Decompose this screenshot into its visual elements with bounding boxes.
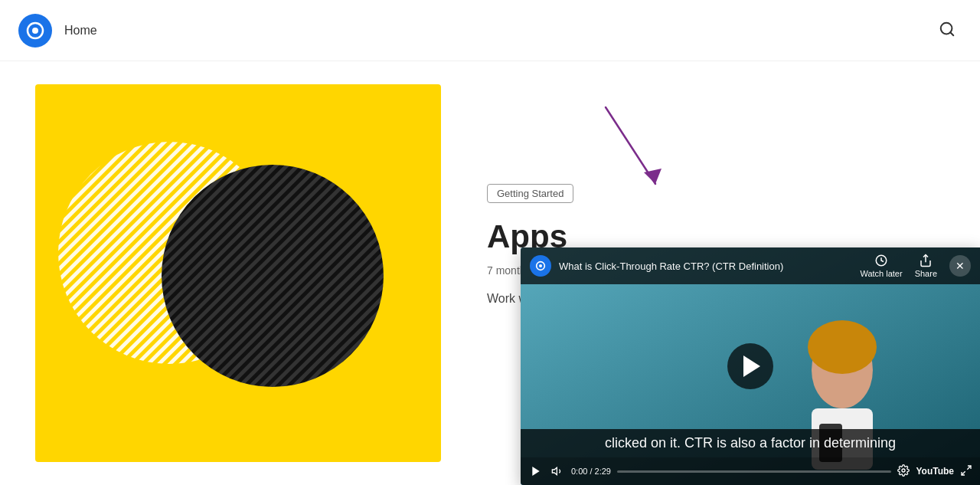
fullscreen-button[interactable] [960,464,972,479]
home-nav-label[interactable]: Home [64,24,97,38]
hero-svg [35,84,441,462]
svg-point-16 [539,264,542,267]
watch-later-button[interactable]: Watch later [860,254,902,278]
share-label: Share [915,269,937,278]
progress-bar[interactable] [617,470,891,473]
app-logo [18,14,52,48]
video-overlay: What is Click-Through Rate CTR? (CTR Def… [521,247,980,485]
watch-later-label: Watch later [860,269,902,278]
subtitle-bar: clicked on it. CTR is also a factor in d… [521,429,980,457]
subtitle-text: clicked on it. CTR is also a factor in d… [605,435,896,451]
video-header: What is Click-Through Rate CTR? (CTR Def… [521,247,980,284]
youtube-logo: YouTube [916,466,954,477]
header: Home [0,0,980,61]
settings-button[interactable] [897,464,910,479]
time-display: 0:00 / 2:29 [571,467,611,476]
svg-line-27 [967,466,971,470]
close-video-button[interactable]: ✕ [949,255,971,277]
share-button[interactable]: Share [915,254,937,278]
svg-point-1 [32,28,38,34]
svg-line-3 [950,32,953,35]
play-button[interactable] [727,343,773,389]
svg-point-12 [162,165,384,387]
volume-button[interactable] [550,464,565,479]
hero-image [35,84,441,462]
play-pause-button[interactable] [528,464,544,479]
video-actions: Watch later Share ✕ [860,254,971,278]
svg-marker-25 [552,467,557,474]
video-title: What is Click-Through Rate CTR? (CTR Def… [559,261,852,272]
main-content: Getting Started Apps 7 months ago by Wor… [0,61,980,485]
svg-point-26 [902,469,905,472]
search-button[interactable] [933,15,962,46]
svg-line-28 [962,471,965,475]
arrow-annotation [594,100,671,199]
video-logo [530,255,551,277]
svg-marker-24 [532,467,539,476]
svg-point-21 [808,320,877,374]
getting-started-tag[interactable]: Getting Started [487,184,573,203]
video-controls: 0:00 / 2:29 YouTube [521,457,980,485]
